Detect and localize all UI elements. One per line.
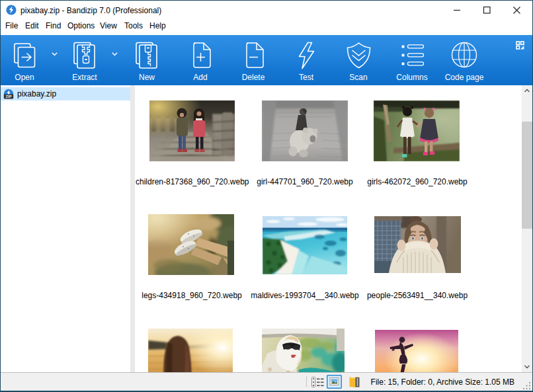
svg-text:ZIP: ZIP xyxy=(5,95,11,98)
